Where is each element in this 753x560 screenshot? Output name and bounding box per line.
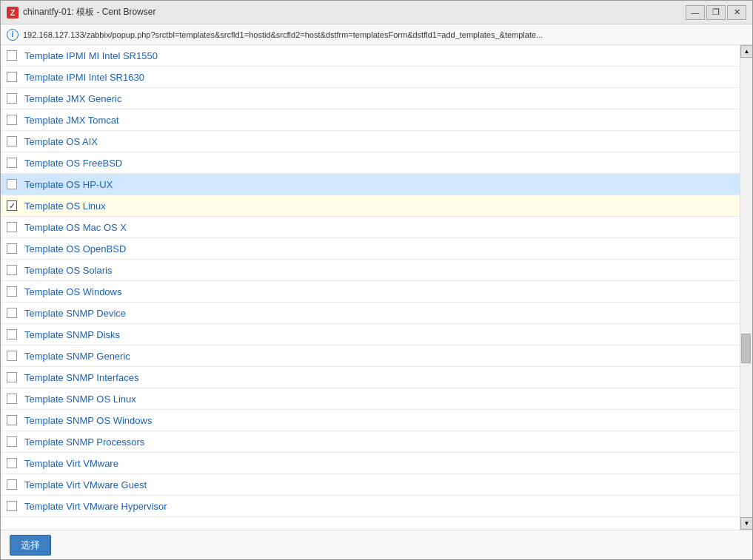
row-checkbox[interactable] — [7, 72, 17, 82]
row-label: Template Virt VMware Guest — [24, 479, 147, 490]
scrollbar[interactable]: ▲ ▼ — [740, 45, 752, 530]
row-label: Template OS Solaris — [24, 265, 113, 276]
browser-window: Z chinantfy-01: 模板 - Cent Browser — ❐ ✕ … — [0, 0, 753, 560]
list-item[interactable]: Template SNMP Device — [1, 303, 740, 324]
row-label: Template JMX Generic — [24, 93, 122, 104]
select-button[interactable]: 选择 — [10, 535, 51, 556]
row-label: Template SNMP Processors — [24, 436, 144, 448]
row-checkbox[interactable] — [7, 351, 17, 361]
row-checkbox[interactable] — [7, 115, 17, 125]
list-item[interactable]: Template OS OpenBSD — [1, 238, 740, 260]
row-label: Template SNMP OS Windows — [24, 415, 152, 426]
row-label: Template OS Linux — [24, 200, 106, 212]
list-item[interactable]: Template OS Mac OS X — [1, 217, 740, 238]
scroll-thumb[interactable] — [741, 334, 751, 363]
list-item[interactable]: Template SNMP OS Linux — [1, 388, 740, 410]
row-label: Template SNMP Disks — [24, 329, 120, 340]
row-label: Template SNMP Generic — [24, 351, 130, 362]
row-checkbox[interactable] — [7, 308, 17, 318]
scroll-track[interactable] — [740, 58, 752, 517]
row-label: Template OS FreeBSD — [24, 158, 122, 169]
list-item[interactable]: Template OS Solaris — [1, 260, 740, 281]
list-item[interactable]: Template OS FreeBSD — [1, 152, 740, 174]
row-label: Template Virt VMware — [24, 458, 118, 469]
minimize-button[interactable]: — — [686, 5, 705, 20]
row-label: Template JMX Tomcat — [24, 115, 119, 126]
row-label: Template SNMP OS Linux — [24, 394, 136, 405]
row-label: Template SNMP Interfaces — [24, 372, 138, 383]
row-checkbox[interactable] — [7, 222, 17, 232]
row-checkbox[interactable] — [7, 243, 17, 254]
row-checkbox[interactable] — [7, 479, 17, 490]
list-item[interactable]: Template SNMP Interfaces — [1, 367, 740, 388]
list-item[interactable]: Template SNMP OS Windows — [1, 410, 740, 431]
row-label: Template OS HP-UX — [24, 179, 113, 190]
content-area: Template IPMI MI Intel SR1550Template IP… — [1, 45, 752, 530]
row-label: Template OS Mac OS X — [24, 222, 127, 233]
row-checkbox[interactable] — [7, 286, 17, 297]
url-display[interactable]: 192.168.127.133/zabbix/popup.php?srctbl=… — [23, 30, 543, 39]
list-item[interactable]: Template OS Windows — [1, 281, 740, 303]
row-checkbox[interactable] — [7, 136, 17, 146]
row-checkbox[interactable] — [7, 50, 17, 61]
close-button[interactable]: ✕ — [727, 5, 746, 20]
row-checkbox[interactable] — [7, 329, 17, 340]
row-label: Template Virt VMware Hypervisor — [24, 501, 167, 512]
list-item[interactable]: Template SNMP Generic — [1, 345, 740, 367]
row-checkbox[interactable] — [7, 372, 17, 382]
list-item[interactable]: Template JMX Generic — [1, 88, 740, 109]
list-item[interactable]: Template Virt VMware Hypervisor — [1, 496, 740, 517]
row-checkbox[interactable] — [7, 394, 17, 404]
restore-button[interactable]: ❐ — [706, 5, 726, 20]
window-controls: — ❐ ✕ — [686, 5, 746, 20]
row-label: Template IPMI Intel SR1630 — [24, 72, 144, 83]
list-item[interactable]: Template SNMP Processors — [1, 431, 740, 453]
app-icon: Z — [7, 7, 19, 18]
row-checkbox[interactable] — [7, 436, 17, 447]
list-item[interactable]: Template Virt VMware — [1, 453, 740, 474]
list-item[interactable]: Template OS AIX — [1, 131, 740, 152]
list-item[interactable]: Template IPMI MI Intel SR1550 — [1, 45, 740, 67]
template-list[interactable]: Template IPMI MI Intel SR1550Template IP… — [1, 45, 740, 530]
row-checkbox[interactable] — [7, 501, 17, 511]
row-checkbox[interactable] — [7, 158, 17, 168]
scroll-down-button[interactable]: ▼ — [740, 517, 752, 530]
row-checkbox[interactable]: ✓ — [7, 200, 17, 211]
row-label: Template OS OpenBSD — [24, 243, 126, 254]
address-bar: i 192.168.127.133/zabbix/popup.php?srctb… — [1, 24, 752, 45]
row-checkbox[interactable] — [7, 415, 17, 425]
list-item[interactable]: Template Virt VMware Guest — [1, 474, 740, 496]
list-item[interactable]: Template OS HP-UX — [1, 174, 740, 195]
list-item[interactable]: Template SNMP Disks — [1, 324, 740, 345]
row-label: Template OS AIX — [24, 136, 98, 147]
info-icon: i — [7, 29, 19, 41]
list-item[interactable]: Template JMX Tomcat — [1, 109, 740, 131]
row-label: Template OS Windows — [24, 286, 122, 297]
row-checkbox[interactable] — [7, 179, 17, 189]
title-bar: Z chinantfy-01: 模板 - Cent Browser — ❐ ✕ — [1, 1, 752, 24]
row-checkbox[interactable] — [7, 458, 17, 468]
bottom-bar: 选择 — [1, 530, 752, 559]
row-label: Template SNMP Device — [24, 308, 126, 319]
list-item[interactable]: Template IPMI Intel SR1630 — [1, 67, 740, 88]
list-item[interactable]: ✓Template OS Linux — [1, 195, 740, 217]
window-title: chinantfy-01: 模板 - Cent Browser — [23, 6, 686, 18]
row-label: Template IPMI MI Intel SR1550 — [24, 50, 158, 61]
row-checkbox[interactable] — [7, 93, 17, 104]
scroll-up-button[interactable]: ▲ — [740, 45, 752, 58]
row-checkbox[interactable] — [7, 265, 17, 275]
